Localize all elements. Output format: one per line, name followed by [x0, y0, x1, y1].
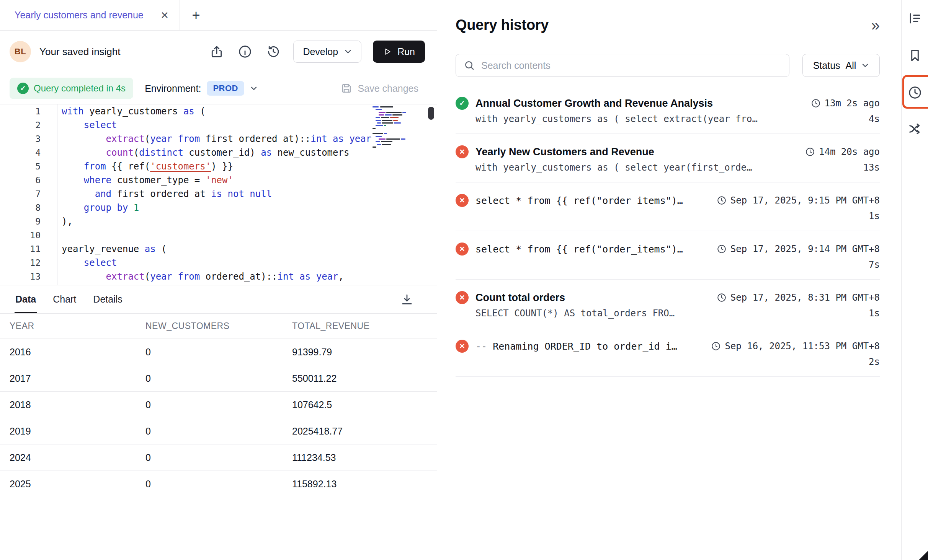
table-row[interactable]: 20170550011.22 [0, 365, 437, 392]
code-line[interactable]: 1with yearly_customers as ( [0, 104, 437, 118]
code-text: with yearly_customers as ( [41, 104, 206, 118]
header-actions: Develop Run [208, 41, 425, 63]
info-button[interactable] [237, 43, 253, 60]
table-cell: 2025 [0, 471, 145, 497]
history-item-header: ✓ Annual Customer Growth and Revenue Ana… [456, 97, 802, 110]
history-item-time: Sep 17, 2025, 8:31 PM GMT+8 [717, 292, 880, 303]
table-cell: 2016 [0, 339, 145, 365]
table-row[interactable]: 2016091399.79 [0, 339, 437, 365]
results-tab-data[interactable]: Data [15, 285, 36, 313]
line-number: 2 [0, 118, 41, 132]
chevron-down-icon [344, 48, 352, 55]
history-item[interactable]: ✕ select * from {{ ref("order_items")… S… [456, 182, 880, 231]
code-lines: 1with yearly_customers as (2 select3 ext… [0, 104, 437, 283]
column-header: YEAR [0, 314, 145, 339]
version-history-icon [266, 44, 281, 59]
code-text: select [41, 118, 117, 132]
editor-scrollbar[interactable] [428, 107, 434, 120]
code-editor[interactable]: 1with yearly_customers as (2 select3 ext… [0, 104, 437, 285]
history-item-title: select * from {{ ref("order_items")… [475, 244, 683, 255]
environment-selector[interactable]: Environment: PROD [145, 81, 258, 96]
search-input[interactable] [480, 60, 781, 72]
share-button[interactable] [208, 43, 225, 60]
code-line[interactable]: 13 extract(year from ordered_at)::int as… [0, 270, 437, 283]
history-item-header: ✕ select * from {{ ref("order_items")… [456, 194, 707, 207]
history-item[interactable]: ✕ select * from {{ ref("order_items")… S… [456, 231, 880, 280]
run-button[interactable]: Run [373, 41, 425, 63]
code-line[interactable]: 5 from {{ ref('customers') }} [0, 160, 437, 173]
history-item-title: -- Renaming ORDER_ID to order_id i… [475, 341, 677, 352]
results-tab-chart[interactable]: Chart [53, 285, 76, 313]
play-icon [383, 47, 392, 56]
code-line[interactable]: 9), [0, 215, 437, 228]
code-line[interactable]: 3 extract(year from first_ordered_at)::i… [0, 132, 437, 146]
lineage-graph-icon [907, 121, 923, 137]
table-cell: 111234.53 [292, 444, 437, 471]
history-item-duration: 1s [869, 211, 880, 221]
line-number: 10 [0, 228, 41, 242]
version-history-button[interactable] [265, 43, 282, 60]
status-row: ✓ Query completed in 4s Environment: PRO… [0, 73, 437, 104]
line-number: 6 [0, 173, 41, 187]
history-item[interactable]: ✕ Count total orders Sep 17, 2025, 8:31 … [456, 280, 880, 328]
develop-dropdown[interactable]: Develop [293, 41, 361, 63]
line-number: 12 [0, 256, 41, 270]
history-item-time: 13m 2s ago [811, 98, 880, 109]
environment-badge: PROD [207, 81, 244, 96]
develop-label: Develop [303, 46, 338, 57]
code-text: extract(year from ordered_at)::int as ye… [41, 270, 344, 283]
results-tabs: DataChartDetails [15, 285, 123, 313]
avatar[interactable]: BL [10, 41, 31, 62]
status-filter-dropdown[interactable]: Status All [802, 54, 880, 77]
table-row[interactable]: 201902025418.77 [0, 418, 437, 444]
chevron-down-icon [861, 62, 869, 69]
results-table: YEARNEW_CUSTOMERSTOTAL_REVENUE 201609139… [0, 313, 437, 497]
save-icon [340, 82, 353, 94]
download-button[interactable] [399, 291, 415, 308]
history-list: ✓ Annual Customer Growth and Revenue Ana… [456, 85, 880, 377]
history-item-duration: 4s [869, 114, 880, 124]
clock-icon [711, 341, 721, 351]
code-line[interactable]: 6 where customer_type = 'new' [0, 173, 437, 187]
tab-yearly-customers-and-revenue[interactable]: Yearly customers and revenue ✕ [0, 0, 180, 30]
code-line[interactable]: 7 and first_ordered_at is not null [0, 187, 437, 201]
resize-handle[interactable] [919, 551, 928, 560]
tab-close-icon[interactable]: ✕ [160, 10, 169, 20]
collapse-panel-icon[interactable]: » [871, 18, 880, 33]
editor-minimap[interactable] [372, 106, 419, 151]
bookmarks-button[interactable] [907, 47, 923, 64]
code-text: count(distinct customer_id) as new_custo… [41, 146, 349, 160]
code-line[interactable]: 4 count(distinct customer_id) as new_cus… [0, 146, 437, 160]
new-tab-button[interactable]: + [180, 0, 212, 30]
history-item-time: Sep 17, 2025, 9:15 PM GMT+8 [717, 195, 880, 206]
history-item-timestamp: Sep 17, 2025, 8:31 PM GMT+8 [730, 292, 880, 303]
results-tab-details[interactable]: Details [93, 285, 122, 313]
history-item-title: Yearly New Customers and Revenue [475, 146, 654, 158]
lineage-button[interactable] [907, 120, 923, 137]
table-cell: 91399.79 [292, 339, 437, 365]
search-box[interactable] [456, 54, 789, 77]
code-line[interactable]: 10 [0, 228, 437, 242]
history-item-timestamp: Sep 17, 2025, 9:15 PM GMT+8 [730, 195, 880, 206]
download-icon [400, 293, 414, 306]
line-number: 1 [0, 104, 41, 118]
query-history-panel: Query history » Status All ✓ Annual Cust… [437, 0, 901, 560]
clock-icon [717, 195, 727, 205]
status-icon: ✕ [456, 340, 469, 353]
line-number: 7 [0, 187, 41, 201]
history-item[interactable]: ✕ -- Renaming ORDER_ID to order_id i… Se… [456, 328, 880, 377]
code-line[interactable]: 2 select [0, 118, 437, 132]
table-row[interactable]: 20240111234.53 [0, 444, 437, 471]
history-item[interactable]: ✓ Annual Customer Growth and Revenue Ana… [456, 85, 880, 134]
table-row[interactable]: 20180107642.5 [0, 392, 437, 418]
column-header: NEW_CUSTOMERS [145, 314, 292, 339]
code-line[interactable]: 11yearly_revenue as ( [0, 242, 437, 256]
history-item[interactable]: ✕ Yearly New Customers and Revenue 14m 2… [456, 134, 880, 182]
code-line[interactable]: 8 group by 1 [0, 201, 437, 215]
save-changes-button[interactable]: Save changes [340, 82, 418, 94]
query-list-button[interactable] [907, 10, 923, 27]
history-item-title: Count total orders [475, 292, 565, 304]
line-number: 5 [0, 160, 41, 173]
table-row[interactable]: 20250115892.13 [0, 471, 437, 497]
code-line[interactable]: 12 select [0, 256, 437, 270]
